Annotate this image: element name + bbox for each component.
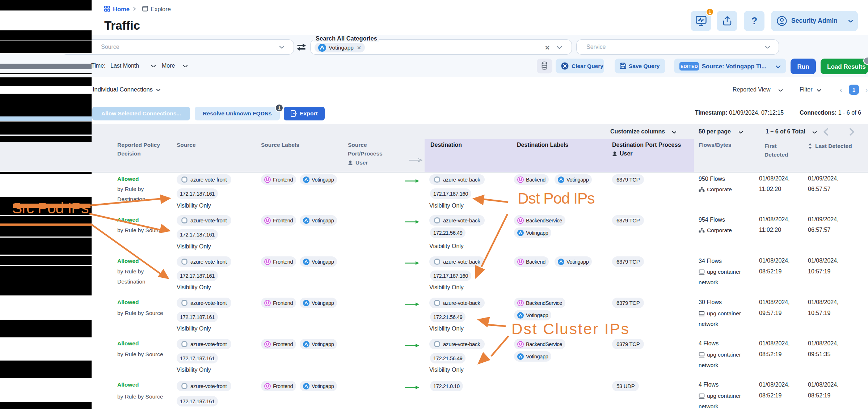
svg-text:Src Pod IPs: Src Pod IPs (12, 200, 88, 217)
svg-text:Dst Cluster IPs: Dst Cluster IPs (511, 320, 630, 337)
svg-text:Dst Pod IPs: Dst Pod IPs (518, 190, 594, 207)
